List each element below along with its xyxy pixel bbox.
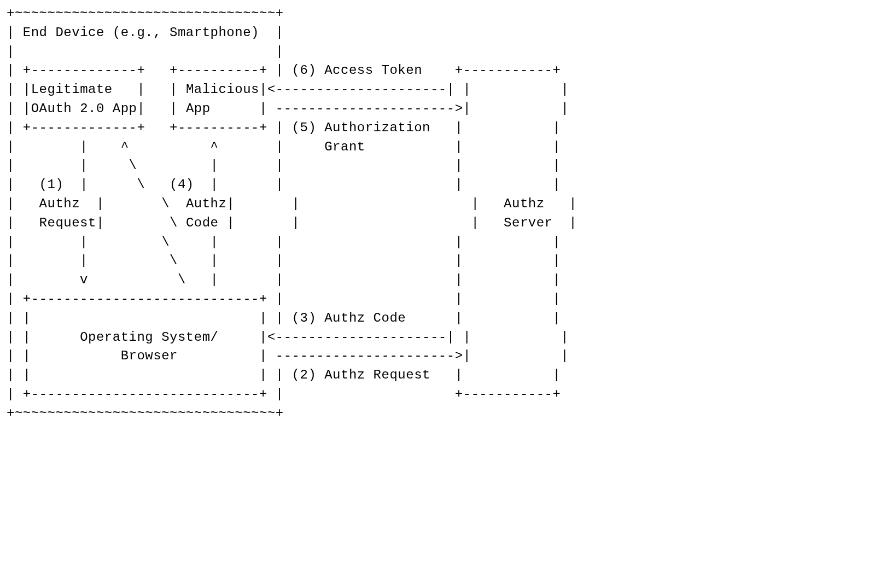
step-2-label: (2) Authz Request — [292, 368, 447, 382]
step-5-label: (5) Authorization — [292, 120, 447, 135]
oauth-interception-diagram: +~~~~~~~~~~~~~~~~~~~~~~~~~~~~~~~~+ | End… — [0, 0, 875, 428]
step-1-label: (1) — [39, 177, 80, 192]
os-browser-box: Operating System/ — [80, 330, 218, 345]
step-4-label: (4) — [170, 177, 211, 192]
legitimate-app-box: Legitimate — [31, 82, 137, 97]
step-3-label: (3) Authz Code — [292, 311, 447, 325]
device-title: End Device (e.g., Smartphone) — [23, 25, 259, 40]
malicious-app-box: Malicious — [186, 82, 259, 97]
border-bottom: +~~~~~~~~~~~~~~~~~~~~~~~~~~~~~~~~+ — [7, 406, 284, 421]
step-6-label: (6) Access Token — [292, 63, 447, 78]
authz-server-box: Authz — [504, 196, 552, 211]
border-top: +~~~~~~~~~~~~~~~~~~~~~~~~~~~~~~~~+ — [7, 6, 284, 21]
